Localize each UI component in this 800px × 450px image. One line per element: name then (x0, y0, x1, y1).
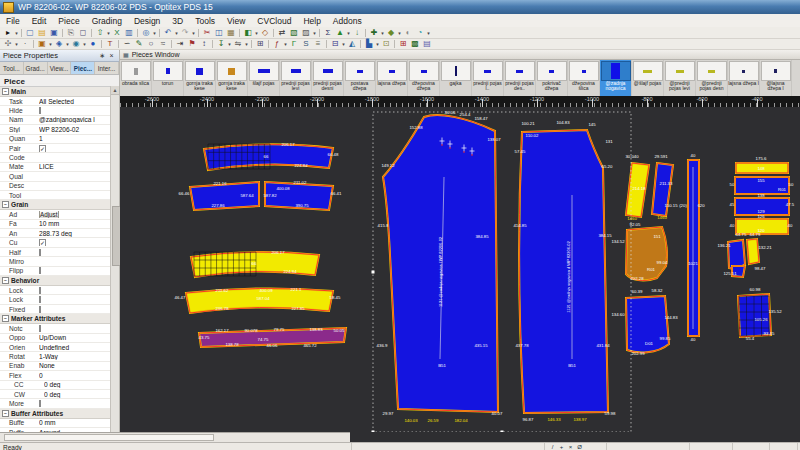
checkbox[interactable]: ✓ (39, 145, 46, 152)
piece-thumbnail[interactable]: @prednji pojas levi (664, 60, 696, 96)
menu-tools[interactable]: Tools (189, 14, 221, 27)
rotate-icon[interactable]: ◉ (70, 39, 82, 49)
property-value[interactable]: 0 (39, 372, 111, 379)
piece-thumbnail[interactable]: lajsna džepa l (728, 60, 760, 96)
panel-scrollbar[interactable]: ▲ (110, 86, 119, 442)
piece-thumbnail[interactable]: gornja traka kese (216, 60, 248, 96)
shrink-icon[interactable]: ◐ (402, 28, 414, 38)
close-icon[interactable]: × (107, 52, 116, 59)
book-icon[interactable]: ▤ (421, 39, 433, 49)
section-header[interactable]: −Main (0, 87, 111, 97)
property-value[interactable]: 10 mm (39, 220, 111, 227)
trace-icon[interactable]: ✎ (133, 39, 145, 49)
walk-icon[interactable]: ⇄ (276, 28, 288, 38)
table-icon[interactable]: ⊞ (397, 39, 409, 49)
checkbox[interactable] (39, 400, 41, 407)
piece-thumbnail[interactable]: torun (152, 60, 184, 96)
collapse-icon[interactable]: − (2, 88, 9, 95)
cut-icon[interactable]: ✂ (201, 28, 213, 38)
section-header[interactable]: −Buffer Attributes (0, 409, 111, 419)
menu-design[interactable]: Design (128, 14, 166, 27)
selection-handle[interactable] (372, 271, 375, 274)
image-icon[interactable]: ▣ (36, 39, 48, 49)
tab-view[interactable]: View... (48, 62, 72, 74)
property-value[interactable]: Up/Down (39, 334, 111, 341)
dropdown-arrow-icon[interactable]: ▾ (152, 30, 157, 36)
hscroll-thumb[interactable] (4, 434, 214, 441)
piece-thumbnail[interactable]: @lajsna džepa l (760, 60, 792, 96)
checkbox[interactable]: ✓ (39, 239, 46, 246)
piece-thumbnail[interactable]: gornja traka kese (184, 60, 216, 96)
triangle-icon[interactable]: ◭ (346, 39, 358, 49)
piece-thumbnail[interactable]: @zadnja nogavica (600, 60, 632, 96)
piece-thumbnail[interactable]: lajsna džepa (376, 60, 408, 96)
grade-icon[interactable]: ◧ (242, 28, 254, 38)
property-value[interactable]: 1 (39, 135, 111, 142)
checkbox[interactable] (39, 306, 41, 313)
property-value[interactable]: @zadnjanogavica l (39, 116, 111, 123)
piece-thumbnail[interactable]: postava džepa (344, 60, 376, 96)
menu-3d[interactable]: 3D (166, 14, 189, 27)
zoom-icon[interactable]: ◎ (140, 28, 152, 38)
piece-thumbnail[interactable]: gajka (440, 60, 472, 96)
dropdown-arrow-icon[interactable]: ▾ (244, 41, 249, 47)
piece-thumbnail[interactable]: obrada slica (120, 60, 152, 96)
report-icon[interactable]: ▥ (123, 28, 135, 38)
section-header[interactable]: −Behavior (0, 276, 111, 286)
lock-tool-icon[interactable]: ⊡ (380, 39, 392, 49)
menu-grading[interactable]: Grading (86, 14, 128, 27)
dropdown-arrow-icon[interactable]: ▾ (191, 30, 196, 36)
wave-icon[interactable]: ≈ (157, 39, 169, 49)
menu-addons[interactable]: Addons (327, 14, 368, 27)
grain-icon[interactable]: ↧ (215, 39, 227, 49)
piece-thumbnail[interactable]: džepovina šlica (568, 60, 600, 96)
layers-icon[interactable]: ▧ (288, 28, 300, 38)
extract-icon[interactable]: ⊟ (329, 39, 341, 49)
anchor-icon[interactable]: ↕ (198, 39, 210, 49)
menu-help[interactable]: Help (297, 14, 326, 27)
checkbox[interactable] (39, 249, 41, 256)
tab-grad[interactable]: Grad... (24, 62, 48, 74)
null-icon[interactable]: Ø (575, 444, 584, 450)
pan-icon[interactable]: ✣ (2, 39, 14, 49)
flag-icon[interactable]: ⚑ (186, 39, 198, 49)
back-leg-right[interactable] (519, 130, 608, 413)
seam-icon[interactable]: Σ (322, 28, 334, 38)
piece-thumbnail[interactable]: šlajf pojas (248, 60, 280, 96)
select-arrow-icon[interactable]: ▸ (2, 28, 14, 38)
collapse-icon[interactable]: − (2, 315, 9, 322)
circle-tool-icon[interactable]: ○ (145, 39, 157, 49)
corner-icon[interactable]: Γ (288, 39, 300, 49)
piece-thumbnail[interactable]: džepovina džepa (408, 60, 440, 96)
adjust-button[interactable]: Adjust (39, 211, 59, 218)
property-value[interactable]: 0 mm (39, 419, 111, 426)
tab-piec[interactable]: Piec... (71, 62, 95, 74)
piece-thumbnail[interactable]: prednji pojas des.. (504, 60, 536, 96)
ruler-icon[interactable]: ⇥ (174, 39, 186, 49)
pattern-canvas[interactable]: 1121 @zadnja nogavica l WP 82206-021121 … (120, 107, 800, 432)
point-icon[interactable]: · (19, 39, 31, 49)
notch-icon[interactable]: ▲ (334, 28, 346, 38)
tab-tool[interactable]: Tool... (0, 62, 24, 74)
refresh-icon[interactable]: ◔ (414, 28, 426, 38)
save-icon[interactable]: ▣ (48, 28, 60, 38)
print-preview-icon[interactable]: ◻ (77, 28, 89, 38)
section-header[interactable]: −Grain (0, 200, 111, 210)
excel-icon[interactable]: X (111, 28, 123, 38)
property-value[interactable]: WP 82206-02 (39, 126, 111, 133)
mirror-icon[interactable]: ⇋ (232, 39, 244, 49)
menu-cvcloud[interactable]: CVCloud (251, 14, 297, 27)
export-icon[interactable]: ⇧ (94, 28, 106, 38)
piece-thumbnail[interactable]: @šlajf pojas (632, 60, 664, 96)
pin-icon[interactable]: ↓ (351, 28, 363, 38)
piece-thumbnail[interactable]: prednji pojas levi (280, 60, 312, 96)
property-value[interactable]: Undefined (39, 344, 111, 351)
dropdown-arrow-icon[interactable]: ▾ (312, 30, 317, 36)
print-icon[interactable]: ⎘ (65, 28, 77, 38)
collapse-icon[interactable]: − (2, 277, 9, 284)
dropdown-arrow-icon[interactable]: ▾ (426, 30, 431, 36)
menu-file[interactable]: File (0, 14, 26, 27)
open-folder-icon[interactable]: ▤ (36, 28, 48, 38)
belt-loop-strip[interactable] (688, 160, 699, 336)
tab-inter[interactable]: Inter... (95, 62, 119, 74)
